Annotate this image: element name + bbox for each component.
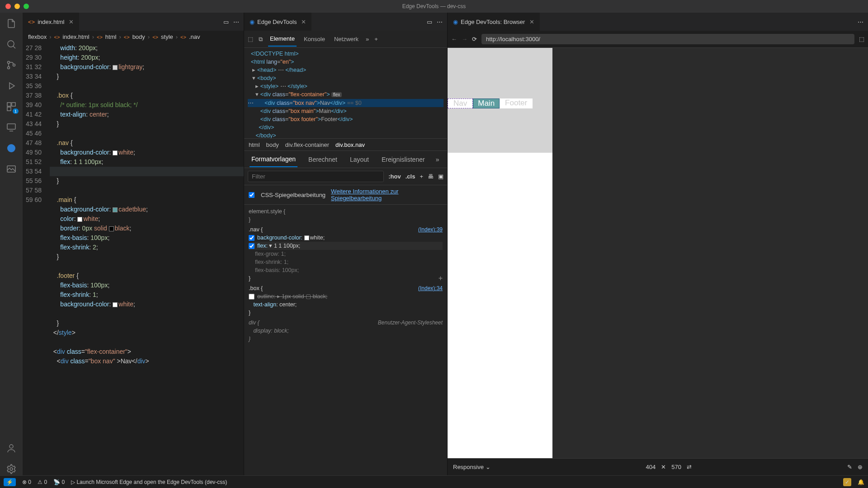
responsive-toolbar: Responsive ⌄ 404 ✕ 570 ⇄ ✎ ⊕ [448, 458, 868, 475]
settings-gear-icon[interactable] [5, 463, 18, 475]
viewport-height[interactable]: 570 [671, 464, 681, 470]
more-actions-icon[interactable]: ⋯ [437, 19, 443, 25]
add-property-icon[interactable]: + [439, 274, 443, 282]
styles-pane[interactable]: element.style { } (Index):39 .nav { back… [244, 205, 447, 475]
element-style-label[interactable]: element.style { [249, 207, 443, 216]
css-mirror-checkbox[interactable] [249, 192, 255, 198]
add-tab-icon[interactable]: + [374, 36, 378, 42]
tab-styles[interactable]: Formatvorlagen [250, 152, 297, 167]
source-control-icon[interactable] [5, 59, 18, 71]
inspect-icon[interactable]: ⬚ [859, 36, 864, 42]
errors-count[interactable]: ⊗ 0 [22, 479, 31, 485]
nav-forward-icon[interactable]: → [462, 36, 467, 42]
tab-computed[interactable]: Berechnet [307, 152, 339, 167]
selected-dom-node[interactable]: ⋯ <div class="box nav">Nav</div> == $0 [248, 99, 443, 107]
tab-console[interactable]: Konsole [302, 32, 327, 46]
symbol-icon: <> [180, 34, 186, 40]
more-actions-icon[interactable]: ⋯ [233, 19, 239, 25]
crumb-item[interactable]: div.flex-container [285, 141, 329, 148]
viewport-width[interactable]: 404 [646, 464, 656, 470]
browser-toolbar: ← → ⟳ http://localhost:3000/ ⬚ [448, 31, 868, 48]
close-tab-icon[interactable]: ✕ [301, 19, 306, 25]
svg-rect-5 [12, 103, 15, 106]
styles-tab-row: Formatvorlagen Berechnet Layout Ereignis… [244, 151, 447, 168]
tab-network[interactable]: Netzwerk [332, 32, 360, 46]
prop-toggle-checkbox[interactable] [249, 243, 255, 249]
split-editor-icon[interactable]: ▭ [427, 19, 432, 25]
extensions-icon[interactable]: 1 [5, 100, 18, 113]
eyedropper-icon[interactable]: ✎ [847, 464, 852, 470]
reload-icon[interactable]: ⟳ [472, 36, 477, 42]
more-actions-icon[interactable]: ⋯ [858, 19, 863, 25]
editor-tab-index-html[interactable]: <> index.html ✕ [23, 13, 79, 31]
rule-source-link[interactable]: (Index):39 [418, 225, 443, 234]
notifications-icon[interactable]: 🔔 [858, 479, 864, 485]
prettier-status-icon[interactable]: ✓ [843, 478, 851, 486]
image-icon[interactable] [5, 163, 18, 175]
browser-tab[interactable]: ◉ Edge DevTools: Browser ✕ [448, 13, 540, 31]
hov-toggle[interactable]: :hov [388, 173, 401, 180]
breadcrumb-item[interactable]: flexbox [28, 33, 47, 40]
crosshair-icon[interactable]: ⊕ [858, 464, 863, 470]
dom-breadcrumb[interactable]: html body div.flex-container div.box.nav [244, 138, 447, 151]
breadcrumb-item[interactable]: html [105, 33, 117, 40]
rule-selector[interactable]: .nav { [249, 225, 443, 234]
remote-indicator[interactable]: ⚡ [4, 478, 16, 486]
tab-elements[interactable]: Elemente [268, 32, 297, 47]
preview-main-box[interactable]: Main [473, 99, 500, 108]
new-style-rule-icon[interactable]: + [420, 173, 423, 180]
crumb-item[interactable]: body [266, 141, 279, 148]
rule-selector[interactable]: .box { [249, 284, 443, 292]
breadcrumb-item[interactable]: body [132, 33, 145, 40]
tab-event-listeners[interactable]: Ereignislistener [380, 152, 427, 167]
preview-footer-box[interactable]: Footer [500, 99, 533, 108]
toggle-print-icon[interactable]: 🖶 [428, 173, 434, 180]
split-editor-icon[interactable]: ▭ [223, 19, 229, 25]
nav-back-icon[interactable]: ← [451, 36, 457, 42]
code-content[interactable]: width: 200px; height: 200px; background-… [50, 43, 244, 475]
launch-edge-hint[interactable]: ▷ Launch Microsoft Edge and open the Edg… [71, 479, 227, 485]
run-debug-icon[interactable] [5, 80, 18, 92]
close-tab-icon[interactable]: ✕ [69, 19, 74, 25]
more-tabs-icon[interactable]: » [366, 36, 369, 42]
prop-toggle-checkbox[interactable] [249, 294, 255, 300]
devtools-tab[interactable]: ◉ Edge DevTools ✕ [244, 13, 311, 31]
preview-nav-box[interactable]: Nav [448, 99, 473, 108]
maximize-window-icon[interactable] [24, 4, 29, 9]
svg-point-10 [9, 445, 13, 448]
chevron-down-icon: ⌄ [486, 464, 491, 470]
explorer-icon[interactable] [5, 17, 18, 30]
breadcrumb-item[interactable]: style [161, 33, 173, 40]
breadcrumb-item[interactable]: .nav [189, 33, 200, 40]
prop-toggle-checkbox[interactable] [249, 235, 255, 241]
close-window-icon[interactable] [5, 4, 11, 9]
close-tab-icon[interactable]: ✕ [529, 19, 534, 25]
cls-toggle[interactable]: .cls [406, 173, 415, 180]
responsive-dropdown[interactable]: Responsive ⌄ [453, 464, 491, 470]
ports-count[interactable]: 📡 0 [53, 479, 65, 485]
styles-filter-input[interactable] [248, 171, 384, 182]
rotate-icon[interactable]: ⇄ [687, 464, 692, 470]
minimize-window-icon[interactable] [14, 4, 20, 9]
device-toggle-icon[interactable]: ⧉ [259, 36, 263, 43]
code-editor[interactable]: 27 28 29 30 31 32 33 34 35 36 37 38 39 4… [23, 43, 244, 475]
rule-source-link[interactable]: (Index):34 [418, 284, 443, 292]
url-bar[interactable]: http://localhost:3000/ [481, 34, 854, 44]
breadcrumb-item[interactable]: index.html [62, 33, 89, 40]
inspect-element-icon[interactable]: ⬚ [248, 36, 253, 42]
css-mirror-link[interactable]: Weitere Informationen zur Spiegelbearbei… [331, 188, 408, 202]
warnings-count[interactable]: ⚠ 0 [38, 479, 47, 485]
crumb-item[interactable]: html [249, 141, 260, 148]
computed-sidebar-icon[interactable]: ▣ [438, 173, 443, 180]
crumb-item[interactable]: div.box.nav [335, 141, 365, 148]
account-icon[interactable] [5, 442, 18, 455]
more-tabs-icon[interactable]: » [436, 156, 439, 163]
edge-tools-icon[interactable] [5, 142, 18, 155]
breadcrumb[interactable]: flexbox› <>index.html› <>html› <>body› <… [23, 31, 244, 43]
svg-rect-6 [7, 107, 11, 111]
dom-tree[interactable]: <!DOCTYPE html> <html lang="en"> ▸ <head… [244, 48, 447, 138]
extensions-badge: 1 [13, 108, 19, 114]
remote-explorer-icon[interactable] [5, 121, 18, 134]
tab-layout[interactable]: Layout [348, 152, 371, 167]
search-icon[interactable] [5, 38, 18, 51]
